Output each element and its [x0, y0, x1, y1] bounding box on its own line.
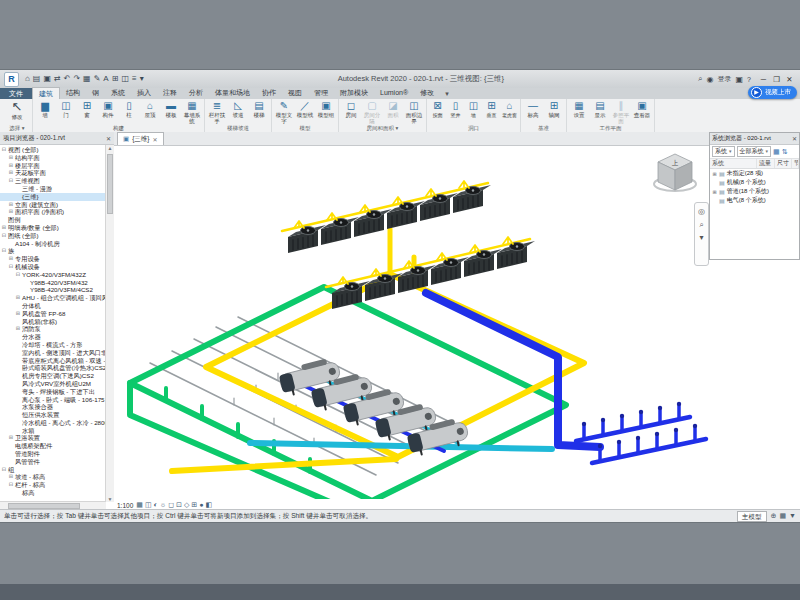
system-row[interactable]: ▤ 电气(8 个系统)	[710, 196, 799, 205]
tree-expand-icon[interactable]	[15, 364, 21, 372]
ribbon-tab[interactable]: 协作	[256, 87, 282, 98]
qat-icon[interactable]: ✎	[94, 74, 101, 84]
tree-item[interactable]: ⊟ 族	[0, 247, 106, 255]
tree-expand-icon[interactable]: ⊞	[8, 434, 14, 442]
tree-item[interactable]: ⊟ 组	[0, 466, 106, 474]
restore-button[interactable]: ❐	[770, 75, 783, 84]
ribbon-button[interactable]: ◻ 房间	[341, 100, 361, 118]
qat-icon[interactable]: A	[103, 74, 108, 84]
tree-expand-icon[interactable]	[15, 333, 21, 341]
qat-icon[interactable]: ▦	[83, 74, 91, 84]
ribbon-tab[interactable]: 视图	[282, 87, 308, 98]
zoom-icon[interactable]: ⌕	[699, 220, 703, 229]
ribbon-button[interactable]: ▣ 构件	[98, 100, 118, 118]
promo-button[interactable]: ▶ 视频上市	[748, 86, 797, 99]
view-control-icon[interactable]: ◐	[154, 501, 158, 509]
ribbon-button[interactable]: ― 标高	[523, 100, 543, 118]
ribbon-button[interactable]: ▣ 查看器	[632, 100, 652, 118]
ribbon-button[interactable]: ≣ 栏杆扶手	[207, 100, 227, 124]
system-row[interactable]: ⊞ ▤ 管道(18 个系统)	[710, 187, 799, 196]
column-header[interactable]: 流量	[757, 159, 775, 168]
ribbon-button[interactable]: ◺ 坡道	[228, 100, 248, 118]
ribbon-tab[interactable]: 结构	[60, 87, 86, 98]
qat-icon[interactable]: ≡	[132, 74, 137, 84]
system-row[interactable]: ▤ 机械(8 个系统)	[710, 178, 799, 187]
tree-expand-icon[interactable]	[15, 403, 21, 411]
view-control-icon[interactable]: ⊡	[176, 501, 182, 509]
tree-expand-icon[interactable]	[15, 349, 21, 357]
system-browser-close-icon[interactable]: ✕	[792, 135, 797, 142]
tree-expand-icon[interactable]: ⊞	[8, 201, 14, 209]
scale-control[interactable]: 1:100	[117, 502, 133, 509]
tree-expand-icon[interactable]	[15, 341, 21, 349]
ribbon-button[interactable]: ◪ 面积	[383, 100, 403, 118]
ribbon-tab[interactable]: 附加模块	[334, 87, 374, 98]
status-icon[interactable]: ▦	[779, 512, 786, 520]
ribbon-tab[interactable]: 体量和场地	[209, 87, 256, 98]
view-tab-close-icon[interactable]: ✕	[153, 136, 158, 143]
navbar-expand-icon[interactable]: ▾	[699, 233, 703, 242]
tree-expand-icon[interactable]: ⊟	[1, 146, 7, 154]
ribbon-tab[interactable]: 系统	[105, 87, 131, 98]
qat-icon[interactable]: ↷	[73, 74, 80, 84]
view-control-icon[interactable]: ⊞	[191, 501, 197, 509]
tree-item[interactable]: 卧式暗装风机盘管(冷热水)CS2	[0, 364, 106, 372]
tree-expand-icon[interactable]: ⊞	[8, 162, 14, 170]
status-icon[interactable]: ⊕	[771, 512, 777, 520]
viewcube[interactable]: 上	[652, 148, 698, 196]
person-icon[interactable]: ◉	[707, 75, 714, 84]
view-control-icon[interactable]: ◧	[205, 501, 212, 509]
view-control-icon[interactable]: ◇	[184, 501, 189, 509]
row-expand-icon[interactable]: ⊞	[712, 189, 717, 195]
ribbon-tab[interactable]: 管理	[308, 87, 334, 98]
workset-dropdown[interactable]: 主模型	[737, 511, 767, 522]
tree-expand-icon[interactable]: ⊞	[15, 325, 21, 333]
ribbon-button[interactable]: ⊠ 按面	[429, 100, 446, 118]
tree-expand-icon[interactable]: ⊟	[1, 247, 7, 255]
sort-icon[interactable]: ⇅	[782, 148, 788, 156]
tree-item[interactable]: 标高	[0, 489, 106, 497]
tree-item[interactable]: 风机箱(非标)	[0, 318, 106, 326]
system-row[interactable]: ⊞ ▤ 未指定(28 项)	[710, 169, 799, 178]
view-dropdown[interactable]: 系统▾	[712, 146, 735, 157]
ribbon-button[interactable]: ▤ 显示	[590, 100, 610, 118]
ribbon-button[interactable]: ▣ 模型组	[316, 100, 336, 118]
tree-expand-icon[interactable]: ⊟	[1, 466, 7, 474]
ribbon-tab[interactable]: Lumion®	[374, 87, 414, 98]
tree-expand-icon[interactable]: ⊞	[1, 224, 7, 232]
search-icon[interactable]: ⌕	[698, 74, 702, 84]
tree-item[interactable]: 机房专用空调(下送风)CS2	[0, 372, 106, 380]
tree-expand-icon[interactable]: ⊞	[8, 208, 14, 216]
tab-overflow-icon[interactable]: ▾	[440, 88, 454, 99]
ribbon-button[interactable]: ▤ 楼梯	[249, 100, 269, 118]
view-control-icon[interactable]: ●	[199, 501, 203, 509]
qat-icon[interactable]: ▣	[43, 74, 51, 84]
tree-item[interactable]: ⊟ YORK-420/V3FM/432Z	[0, 271, 106, 279]
tree-item[interactable]: ⊞ 明细表/数量 (全部)	[0, 224, 106, 232]
tree-expand-icon[interactable]: ⊟	[8, 177, 14, 185]
tree-expand-icon[interactable]: ⊞	[15, 294, 21, 302]
tree-expand-icon[interactable]	[23, 286, 29, 294]
tree-item[interactable]: ⊞ 天花板平面	[0, 169, 106, 177]
tree-expand-icon[interactable]	[1, 216, 7, 224]
qat-icon[interactable]: ↶	[64, 74, 71, 84]
ribbon-button[interactable]: ▯ 竖井	[447, 100, 464, 118]
revit-logo[interactable]: R	[4, 72, 19, 87]
qat-icon[interactable]: ⇄	[54, 74, 61, 84]
tree-expand-icon[interactable]	[15, 388, 21, 396]
ribbon-button[interactable]: ▦ 设置	[569, 100, 589, 118]
tree-expand-icon[interactable]	[15, 380, 21, 388]
steering-wheel-icon[interactable]: ◎	[698, 207, 705, 216]
tree-expand-icon[interactable]	[15, 427, 21, 435]
tree-expand-icon[interactable]	[15, 411, 21, 419]
tree-item[interactable]: ⊞ 结构平面	[0, 154, 106, 162]
tree-item[interactable]: ⊟ 栏杆 - 标高	[0, 481, 106, 489]
tree-item[interactable]: ⊞ 卫浴装置	[0, 434, 106, 442]
tree-expand-icon[interactable]	[15, 318, 21, 326]
tree-expand-icon[interactable]: ⊞	[8, 255, 14, 263]
view-control-icon[interactable]: ◫	[145, 501, 152, 509]
tree-expand-icon[interactable]: ⊞	[8, 169, 14, 177]
tree-item[interactable]: {三维}	[0, 193, 106, 201]
tree-item[interactable]: 弯头 - 焊接钢板 - 下进下出	[0, 388, 106, 396]
ribbon-button[interactable]: ⊞ 轴网	[544, 100, 564, 118]
